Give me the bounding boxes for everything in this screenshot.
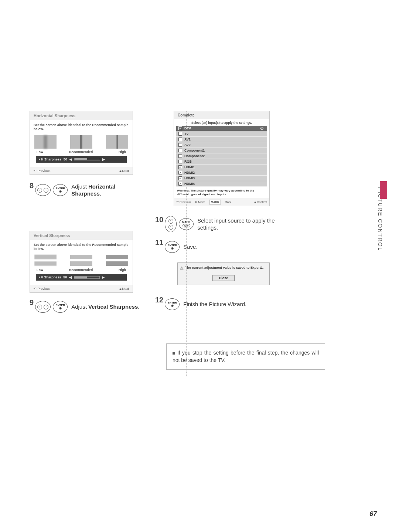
- panel-nav-bar: Previous Move MARK Mark Confirm: [174, 198, 269, 206]
- warning-text: Warning: The picture quality may vary ac…: [174, 187, 269, 198]
- checkbox-icon: ✓: [178, 176, 182, 180]
- nav-previous[interactable]: Previous: [34, 287, 51, 291]
- slider-track[interactable]: [74, 276, 100, 279]
- nav-mark[interactable]: Mark: [225, 200, 231, 204]
- input-item-tv[interactable]: TV: [176, 131, 267, 137]
- sharpness-samples: [34, 135, 128, 149]
- saved-message: The current adjustment value is saved to…: [185, 266, 264, 270]
- input-item-hdmi1[interactable]: ✓HDMI1: [176, 165, 267, 170]
- sharpness-samples: [34, 255, 128, 266]
- checkbox-icon: [178, 149, 182, 152]
- panel-title: Vertical Sharpness: [30, 231, 133, 240]
- label-low: Low: [37, 150, 43, 154]
- slider-label: • V Sharpness: [39, 275, 61, 279]
- enter-button[interactable]: ENTER◉: [165, 298, 180, 310]
- sample-low: [34, 135, 57, 149]
- input-item-component1[interactable]: Component1: [176, 148, 267, 153]
- input-label: RGB: [184, 160, 192, 163]
- checkbox-icon: ✓: [178, 182, 182, 186]
- arrow-left-icon[interactable]: ◀: [69, 157, 72, 161]
- v-sharpness-slider[interactable]: • V Sharpness 50 ◀ ▶: [36, 274, 127, 281]
- panel-complete: Complete Select (an) input(s) to apply t…: [174, 111, 270, 206]
- bullet-icon: [173, 352, 175, 355]
- label-recommended: Recommended: [69, 150, 93, 154]
- input-item-av2[interactable]: AV2: [176, 142, 267, 148]
- panel-title: Horizontal Sharpness: [30, 111, 133, 120]
- step-text: Select input source to apply the setting…: [197, 217, 293, 231]
- step-text: Adjust Vertical Sharpness.: [71, 303, 139, 311]
- input-label: HDMI1: [184, 165, 195, 169]
- h-sharpness-slider[interactable]: • H Sharpness 50 ◀ ▶: [36, 156, 127, 163]
- step-8: 8 ‹› ENTER◉ Adjust Horizontal Sharpness.: [30, 183, 140, 197]
- input-label: HDMI3: [184, 176, 195, 180]
- nav-previous[interactable]: Previous: [34, 169, 51, 173]
- panel-description: Select (an) input(s) to apply the settin…: [174, 119, 269, 126]
- close-button[interactable]: Close: [212, 275, 235, 281]
- step-text: Save.: [183, 243, 197, 251]
- step-10: 10 ˄˅ MARK FAV Select input source to ap…: [155, 216, 336, 232]
- nav-next[interactable]: Next: [119, 169, 129, 173]
- input-label: HDMI2: [184, 171, 195, 174]
- input-label: HDMI4: [184, 182, 195, 186]
- input-item-hdmi3[interactable]: ✓HDMI3: [176, 176, 267, 181]
- input-item-hdmi2[interactable]: ✓HDMI2: [176, 170, 267, 176]
- saved-dialog: ⚠ The current adjustment value is saved …: [177, 262, 270, 285]
- note-text: If you stop the setting before the final…: [173, 350, 319, 363]
- label-recommended: Recommended: [69, 268, 93, 272]
- checkbox-icon: [178, 160, 182, 163]
- up-down-button[interactable]: ˄˅: [165, 216, 177, 232]
- checkbox-icon: [178, 154, 182, 158]
- left-right-button[interactable]: ‹›: [35, 301, 51, 313]
- checkbox-icon: ✓: [178, 171, 182, 174]
- input-label: Component2: [184, 154, 205, 158]
- enter-button[interactable]: ENTER◉: [53, 184, 68, 196]
- step-11: 11 ENTER◉ Save.: [155, 241, 336, 253]
- step-12: 12 ENTER◉ Finish the Picture Wizard.: [155, 298, 336, 310]
- sample-recommended: [70, 135, 92, 149]
- input-item-rgb[interactable]: RGB: [176, 159, 267, 165]
- radio-icon: [260, 127, 263, 130]
- nav-move[interactable]: Move: [195, 200, 205, 204]
- input-item-dtv[interactable]: ✓DTV: [176, 126, 267, 131]
- mark-button-icon: MARK: [209, 200, 221, 204]
- step-number: 12: [155, 296, 163, 304]
- input-item-hdmi4[interactable]: ✓HDMI4: [176, 181, 267, 187]
- input-item-av1[interactable]: AV1: [176, 137, 267, 142]
- step-text: Finish the Picture Wizard.: [183, 301, 246, 308]
- enter-button[interactable]: ENTER◉: [53, 301, 68, 313]
- page-number: 67: [369, 510, 377, 518]
- step-number: 8: [30, 182, 34, 190]
- note-box: If you stop the setting before the final…: [166, 343, 325, 370]
- input-label: AV2: [184, 143, 191, 147]
- input-item-component2[interactable]: Component2: [176, 153, 267, 159]
- panel-description: Set the screen above identical to the Re…: [34, 123, 129, 132]
- checkbox-icon: [178, 143, 182, 147]
- slider-value: 50: [63, 275, 67, 279]
- step-text: Adjust Horizontal Sharpness.: [71, 183, 140, 197]
- panel-vertical-sharpness: Vertical Sharpness Set the screen above …: [30, 231, 133, 293]
- left-right-button[interactable]: ‹›: [35, 184, 51, 196]
- nav-previous[interactable]: Previous: [176, 200, 191, 204]
- step-9: 9 ‹› ENTER◉ Adjust Vertical Sharpness.: [30, 301, 140, 313]
- warning-icon: ⚠: [180, 266, 184, 271]
- step-number: 10: [155, 216, 163, 224]
- input-label: DTV: [184, 126, 191, 130]
- step-number: 11: [155, 238, 163, 247]
- panel-horizontal-sharpness: Horizontal Sharpness Set the screen abov…: [30, 111, 133, 175]
- arrow-right-icon[interactable]: ▶: [102, 157, 105, 161]
- input-source-list: ✓DTVTVAV1AV2Component1Component2RGB✓HDMI…: [176, 126, 267, 187]
- enter-button[interactable]: ENTER◉: [165, 241, 180, 253]
- nav-confirm[interactable]: Confirm: [254, 200, 267, 204]
- checkbox-icon: ✓: [178, 126, 182, 130]
- label-high: High: [119, 150, 126, 154]
- section-tab: PICTURE CONTROL: [377, 187, 383, 251]
- arrow-left-icon[interactable]: ◀: [69, 275, 72, 279]
- nav-next[interactable]: Next: [119, 287, 129, 291]
- sample-high: [106, 135, 128, 149]
- checkbox-icon: [178, 138, 182, 141]
- label-low: Low: [37, 268, 43, 272]
- panel-title: Complete: [174, 111, 269, 119]
- arrow-right-icon[interactable]: ▶: [102, 275, 105, 279]
- slider-track[interactable]: [74, 158, 100, 160]
- slider-value: 50: [64, 157, 67, 161]
